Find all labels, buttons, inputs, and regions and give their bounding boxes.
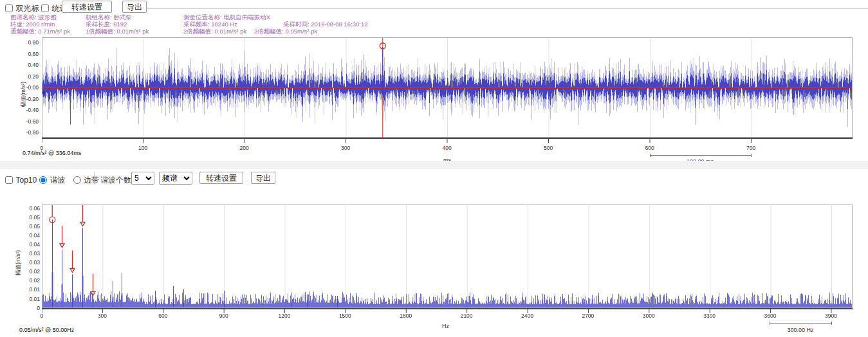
dual-cursor-label: 双光标	[15, 4, 39, 13]
axis-tick-label: 0.04	[23, 241, 40, 248]
axis-tick-label: 400	[443, 145, 452, 151]
axis-tick-label: 0.02	[23, 268, 40, 275]
axis-tick-label: 2400	[521, 313, 533, 319]
axis-tick-label: 300	[341, 145, 350, 151]
axis-tick-label: 100	[138, 145, 147, 151]
axis-tick-label: 0.40	[22, 62, 39, 68]
toolbar2-divider	[94, 172, 95, 185]
axis-tick-label: 200	[240, 145, 249, 151]
axis-tick-label: -0.00	[22, 84, 39, 91]
waveform-chart-canvas[interactable]	[42, 37, 853, 144]
spectrum-type-select[interactable]: 频谱	[159, 172, 192, 185]
panel-gap	[0, 161, 868, 169]
sideband-radio[interactable]	[73, 176, 81, 184]
axis-tick-label: 0	[23, 305, 40, 311]
axis-tick-label: 3300	[703, 313, 716, 319]
axis-tick-label: 0.04	[23, 232, 40, 239]
axis-tick-label: 0.05	[23, 223, 40, 230]
waveform-scale-bar[interactable]	[650, 154, 752, 157]
axis-tick-label: 0.05	[23, 214, 40, 221]
amp-2x-field: 2倍频幅值: 0.01m/s² pk	[183, 28, 246, 36]
axis-tick-label: 3600	[764, 313, 777, 319]
axis-tick-label: 1200	[279, 313, 291, 319]
amp-1x-field: 1倍频幅值: 0.01m/s² pk	[86, 28, 149, 36]
speed-settings-button-2[interactable]: 转速设置	[199, 172, 243, 184]
vibration-analysis-app: 双光标 统计量 转速设置 导出 图谱名称: 波形图 机组名称: 卧式泵 测量位置…	[0, 0, 868, 337]
harmonic-count-select[interactable]: 5	[131, 172, 154, 185]
statistics-checkbox[interactable]	[41, 5, 49, 12]
harmonic-radio-group: 谐波 边带	[39, 174, 99, 186]
spectrum-scale-bar-label: 300.00 Hz	[759, 327, 842, 333]
axis-tick-label: 600	[645, 145, 654, 151]
export-button[interactable]: 导出	[122, 1, 147, 13]
axis-tick-label: -0.40	[22, 107, 39, 113]
export-button-2[interactable]: 导出	[251, 172, 275, 184]
axis-tick-label: -0.20	[22, 96, 39, 102]
axis-tick-label: 0.03	[23, 259, 40, 266]
dual-cursor-checkbox-group: 双光标	[5, 2, 39, 14]
spectrum-chart-canvas[interactable]	[42, 205, 853, 314]
amp-3x-field: 3倍频幅值: 0.05m/s² pk	[254, 28, 317, 36]
axis-tick-label: 300	[98, 313, 107, 319]
speed-settings-button[interactable]: 转速设置	[62, 1, 112, 13]
waveform-cursor-readout: 0.74/m/s² @ 336.04ms	[23, 150, 81, 156]
top10-label: Top10	[15, 176, 37, 185]
axis-tick-label: 2100	[461, 313, 473, 319]
axis-tick-label: -0.80	[22, 129, 39, 136]
spectrum-y-axis-title: 幅值(m/s²)	[15, 250, 23, 275]
dual-cursor-checkbox[interactable]	[5, 5, 13, 12]
axis-tick-label: 3000	[643, 313, 655, 319]
spectrum-cursor-readout: 0.05/m/s² @ 50.00Hz	[19, 327, 74, 333]
axis-tick-label: 900	[219, 313, 228, 319]
axis-tick-label: 3900	[825, 313, 837, 319]
axis-tick-label: 0.80	[22, 39, 39, 46]
axis-tick-label: 0.06	[23, 205, 40, 212]
sideband-radio-label: 边带	[84, 176, 99, 185]
top10-checkbox[interactable]	[5, 176, 13, 184]
axis-tick-label: 1500	[339, 313, 351, 319]
overall-amp-field: 通频幅值: 0.71m/s² pk	[10, 28, 70, 36]
axis-tick-label: 0.02	[23, 277, 40, 284]
harmonic-radio-label: 谐波	[50, 176, 65, 185]
toolbar-separator	[147, 8, 868, 9]
axis-tick-label: 0.01	[23, 286, 40, 293]
top10-checkbox-group: Top10	[5, 174, 37, 185]
harmonic-count-label: 谐波个数	[100, 175, 131, 186]
axis-tick-label: 600	[158, 313, 167, 319]
axis-tick-label: 500	[544, 145, 553, 151]
axis-tick-label: 700	[746, 145, 755, 151]
harmonic-radio[interactable]	[39, 176, 47, 184]
spectrum-scale-bar[interactable]	[770, 322, 832, 325]
axis-tick-label: 0.60	[22, 51, 39, 57]
axis-tick-label: 0.20	[22, 73, 39, 80]
axis-tick-label: 0	[41, 313, 44, 319]
spectrum-x-axis-unit: Hz	[442, 323, 449, 329]
axis-tick-label: 0.01	[23, 296, 40, 302]
axis-tick-label: 1800	[400, 313, 412, 319]
axis-tick-label: 0.03	[23, 250, 40, 257]
axis-tick-label: -0.60	[22, 118, 39, 125]
axis-tick-label: 2700	[582, 313, 594, 319]
